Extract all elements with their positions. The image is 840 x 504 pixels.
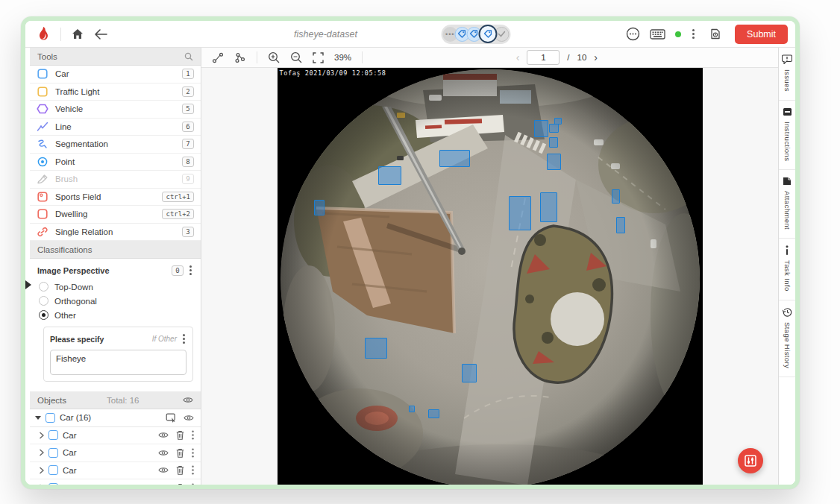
row-kebab-icon[interactable] <box>192 448 194 458</box>
car-bounding-box[interactable] <box>534 120 548 137</box>
classification-kebab-icon[interactable] <box>188 264 193 277</box>
group-relation-tool-icon[interactable] <box>234 52 246 63</box>
single-relation-tool-icon[interactable] <box>212 52 224 63</box>
save-version-button[interactable] <box>706 25 725 44</box>
chevron-right-icon[interactable] <box>39 467 44 474</box>
car-bounding-box[interactable] <box>439 150 470 167</box>
comments-icon[interactable] <box>626 27 640 41</box>
zoom-in-icon[interactable] <box>268 51 280 63</box>
tool-item-car[interactable]: Car1 <box>30 66 201 84</box>
page-number-input[interactable] <box>527 50 560 65</box>
object-row-car[interactable]: Car <box>30 427 201 445</box>
followup-kebab-icon[interactable] <box>181 333 187 345</box>
next-image-button[interactable]: › <box>594 51 598 63</box>
group-eye-icon[interactable] <box>184 414 194 422</box>
object-label: Car <box>63 483 77 485</box>
tool-item-point[interactable]: Point8 <box>30 154 201 171</box>
car-bounding-box[interactable] <box>428 409 439 418</box>
row-trash-icon[interactable] <box>176 465 184 475</box>
submit-button[interactable]: Submit <box>735 25 788 44</box>
object-group-row-car[interactable]: Car (16) <box>30 409 201 427</box>
chevron-right-icon[interactable] <box>39 449 44 456</box>
brand-flame-logo[interactable] <box>37 27 50 42</box>
home-icon[interactable] <box>72 28 84 40</box>
chevron-right-icon[interactable] <box>39 432 44 439</box>
tab-issues[interactable]: Issues <box>779 48 795 101</box>
fit-to-screen-icon[interactable] <box>313 52 324 63</box>
car-bounding-box[interactable] <box>616 217 625 233</box>
row-trash-icon[interactable] <box>176 448 184 458</box>
rect-dot-icon <box>37 192 48 202</box>
car-bounding-box[interactable] <box>314 200 325 215</box>
car-bounding-box[interactable] <box>365 338 386 359</box>
select-all-boxes-icon[interactable] <box>166 413 176 423</box>
car-bounding-box[interactable] <box>549 124 559 133</box>
tool-item-sports-field[interactable]: Sports Fieldctrl+1 <box>30 189 201 207</box>
canvas-area: 39% ‹ / 10 › Tofaş 2021/03/09 12:05:58 <box>201 48 778 485</box>
image-stage[interactable]: Tofaş 2021/03/09 12:05:58 <box>278 68 703 485</box>
radio-unselected-icon[interactable] <box>39 282 48 292</box>
radio-option-other[interactable]: Other <box>37 308 193 322</box>
tool-item-traffic-light[interactable]: Traffic Light2 <box>30 84 201 101</box>
sidebar-collapse-handle[interactable] <box>25 280 31 289</box>
hotkey-badge: 8 <box>182 157 194 167</box>
header-kebab-menu-icon[interactable] <box>691 28 696 40</box>
tool-item-brush[interactable]: Brush9 <box>30 171 201 189</box>
car-bounding-box[interactable] <box>409 406 416 412</box>
objects-visibility-eye-icon[interactable] <box>183 396 193 404</box>
row-trash-icon[interactable] <box>176 483 184 485</box>
car-bounding-box[interactable] <box>540 192 557 222</box>
row-eye-icon[interactable] <box>158 431 169 439</box>
search-icon[interactable] <box>184 52 193 61</box>
row-trash-icon[interactable] <box>176 430 184 440</box>
radio-selected-icon[interactable] <box>39 310 48 320</box>
right-tab-strip: IssuesInstructionsAttachmentTask InfoSta… <box>778 48 795 485</box>
tab-attachment[interactable]: Attachment <box>779 170 795 239</box>
document-title: fisheye-dataset <box>294 29 357 40</box>
caret-down-icon[interactable] <box>35 415 41 420</box>
car-bounding-box[interactable] <box>378 166 402 185</box>
attribute-settings-fab[interactable] <box>738 448 763 473</box>
previous-image-button[interactable]: ‹ <box>516 51 520 63</box>
tool-item-line[interactable]: Line6 <box>30 119 201 136</box>
car-bounding-box[interactable] <box>612 189 621 204</box>
row-kebab-icon[interactable] <box>192 483 194 485</box>
tab-task-info[interactable]: Task Info <box>779 239 795 300</box>
car-bounding-box[interactable] <box>509 196 531 230</box>
car-bounding-box[interactable] <box>547 154 560 170</box>
object-row-car[interactable]: Car <box>30 462 201 480</box>
car-bounding-box[interactable] <box>462 364 477 382</box>
chevron-right-icon[interactable] <box>39 484 44 485</box>
row-kebab-icon[interactable] <box>192 465 194 475</box>
row-eye-icon[interactable] <box>158 466 169 474</box>
image-pager: ‹ / 10 › <box>516 50 598 65</box>
radio-unselected-icon[interactable] <box>39 296 48 306</box>
object-row-car[interactable]: Car <box>30 479 201 485</box>
back-arrow-icon[interactable] <box>94 29 107 40</box>
zoom-out-icon[interactable] <box>290 51 302 63</box>
tool-item-vehicle[interactable]: Vehicle5 <box>30 101 201 119</box>
keyboard-shortcuts-icon[interactable] <box>650 29 665 40</box>
point-icon <box>37 157 48 167</box>
tab-label: Task Info <box>783 260 792 292</box>
squiggle-icon <box>37 139 48 149</box>
row-kebab-icon[interactable] <box>192 430 194 440</box>
workflow-annotation-stage-icon-active[interactable] <box>478 25 497 43</box>
followup-text-input[interactable]: Fisheye <box>50 350 187 375</box>
row-eye-icon[interactable] <box>158 484 169 485</box>
car-bounding-box[interactable] <box>549 137 558 148</box>
radio-option-orthogonal[interactable]: Orthogonal <box>37 294 193 308</box>
radio-option-top-down[interactable]: Top-Down <box>37 280 193 294</box>
car-bounding-box[interactable] <box>554 118 562 125</box>
tool-item-dwelling[interactable]: Dwellingctrl+2 <box>30 206 201 224</box>
tab-instructions[interactable]: Instructions <box>779 101 795 170</box>
tool-label: Single Relation <box>55 227 113 236</box>
hotkey-badge: 1 <box>182 69 194 79</box>
tool-label: Vehicle <box>55 104 83 113</box>
tool-item-segmentation[interactable]: Segmentation7 <box>30 136 201 154</box>
row-eye-icon[interactable] <box>158 449 169 457</box>
object-label: Car <box>63 431 77 440</box>
tab-stage-history[interactable]: Stage History <box>779 300 795 377</box>
object-row-car[interactable]: Car <box>30 444 201 462</box>
tool-item-single-relation[interactable]: Single Relation3 <box>30 224 201 242</box>
